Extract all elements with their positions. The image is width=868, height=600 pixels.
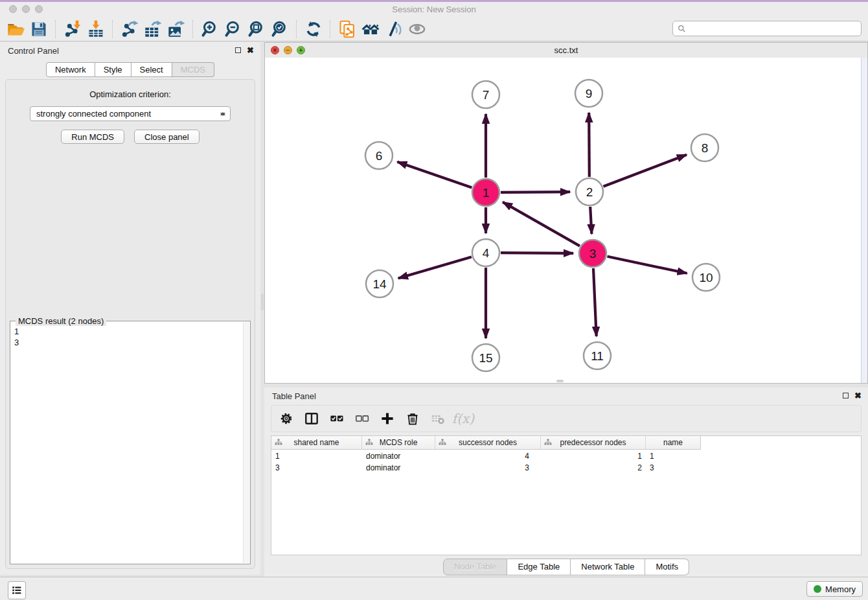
table-header-row: shared nameMCDS rolesuccessor nodesprede… xyxy=(271,436,701,450)
show-graphics-details-icon xyxy=(408,20,426,38)
add-row-button[interactable] xyxy=(378,409,397,428)
table-cell: dominator xyxy=(362,451,435,461)
column-header-shared-name[interactable]: shared name xyxy=(271,436,362,449)
tab-select[interactable]: Select xyxy=(131,62,172,77)
table-cell: dominator xyxy=(362,463,435,473)
zoom-out-button[interactable] xyxy=(222,19,245,40)
node-table[interactable]: shared nameMCDS rolesuccessor nodesprede… xyxy=(271,435,862,555)
graph-edge-1-2[interactable] xyxy=(501,192,570,192)
graph-edge-4-14[interactable] xyxy=(398,257,472,279)
table-cell: 3 xyxy=(646,463,700,473)
network-graph: 1234678910111415 xyxy=(265,58,862,384)
export-image-icon xyxy=(167,20,185,38)
mcds-panel: Optimization criterion: strongly connect… xyxy=(5,79,255,569)
zoom-in-button[interactable] xyxy=(198,19,222,40)
zoom-selected-button[interactable] xyxy=(268,19,291,40)
graph-edge-1-6[interactable] xyxy=(397,162,472,188)
gear-icon xyxy=(279,411,293,426)
mcds-result-item: 1 xyxy=(14,326,244,337)
table-cell: 1 xyxy=(541,451,646,461)
export-network-button[interactable] xyxy=(118,19,141,40)
network-bottom-handle[interactable] xyxy=(556,380,564,382)
graph-edge-3-11[interactable] xyxy=(593,268,597,336)
criterion-dropdown[interactable]: strongly connected component xyxy=(30,106,231,121)
graph-edge-4-3[interactable] xyxy=(501,253,573,253)
table-row[interactable]: 3dominator323 xyxy=(271,463,861,473)
network-window-title: scc.txt xyxy=(265,45,867,55)
refresh-layout-button[interactable] xyxy=(302,19,325,40)
search-icon xyxy=(678,25,686,33)
network-vertical-scrollbar[interactable] xyxy=(861,58,867,383)
table-toolbar: f(x) xyxy=(271,405,862,432)
welcome-homes-button[interactable] xyxy=(359,19,382,40)
save-session-button[interactable] xyxy=(27,19,51,40)
hide-graphics-details-button[interactable] xyxy=(382,19,405,40)
tab-node-table[interactable]: Node Table xyxy=(443,559,508,575)
export-table-button[interactable] xyxy=(141,19,165,40)
tab-motifs[interactable]: Motifs xyxy=(645,559,689,575)
delete-table-icon xyxy=(431,411,445,426)
table-cell: 3 xyxy=(435,463,541,473)
export-image-button[interactable] xyxy=(165,19,188,40)
float-panel-icon[interactable] xyxy=(843,393,849,398)
run-mcds-button[interactable]: Run MCDS xyxy=(61,130,124,144)
table-row[interactable]: 1dominator411 xyxy=(271,451,861,461)
open-session-icon xyxy=(6,20,25,38)
close-panel-icon[interactable]: ✖ xyxy=(854,392,862,399)
result-scrollbar[interactable] xyxy=(243,322,249,563)
import-table-icon xyxy=(87,20,105,38)
network-view-window: × − + scc.txt 1234678910111415 xyxy=(264,42,868,384)
split-panel-button[interactable] xyxy=(302,409,321,428)
float-panel-icon[interactable] xyxy=(235,47,241,53)
show-graphics-details-button[interactable] xyxy=(405,19,429,40)
gear-button[interactable] xyxy=(277,409,296,428)
table-cell: 3 xyxy=(271,463,362,473)
refresh-layout-icon xyxy=(304,20,323,38)
graph-edge-3-1[interactable] xyxy=(503,202,580,246)
status-bar: Memory xyxy=(0,577,868,600)
graph-node-label-3: 3 xyxy=(589,247,597,260)
clone-network-button[interactable] xyxy=(336,19,359,40)
tab-network[interactable]: Network xyxy=(46,62,95,77)
clone-network-icon xyxy=(338,20,356,38)
tab-mcds[interactable]: MCDS xyxy=(172,62,214,77)
titlebar: Session: New Session xyxy=(0,2,868,17)
tab-edge-table[interactable]: Edge Table xyxy=(507,559,571,575)
table-panel-title: Table Panel xyxy=(272,391,316,401)
tab-style[interactable]: Style xyxy=(95,62,131,77)
column-header-successor-nodes[interactable]: successor nodes xyxy=(435,436,541,449)
toolbar-buttons xyxy=(0,19,429,40)
tab-network-table[interactable]: Network Table xyxy=(571,559,645,575)
split-panel-icon xyxy=(304,411,319,426)
splitter-handle[interactable] xyxy=(261,294,264,310)
select-all-button[interactable] xyxy=(327,409,347,428)
graph-edge-2-8[interactable] xyxy=(604,155,687,187)
search-input[interactable] xyxy=(689,21,861,36)
graph-node-label-6: 6 xyxy=(376,149,383,163)
deselect-all-button[interactable] xyxy=(352,409,372,428)
memory-button-label: Memory xyxy=(825,584,856,594)
graph-edge-2-9[interactable] xyxy=(589,113,589,177)
search-box[interactable] xyxy=(672,21,862,36)
close-panel-button[interactable]: Close panel xyxy=(134,130,200,144)
control-panel-tabs: Network Style Select MCDS xyxy=(0,62,260,77)
column-header-name[interactable]: name xyxy=(646,436,700,449)
import-table-button[interactable] xyxy=(84,19,108,40)
graph-node-label-4: 4 xyxy=(483,246,490,260)
column-header-predecessor-nodes[interactable]: predecessor nodes xyxy=(541,436,646,449)
graph-edge-3-10[interactable] xyxy=(608,257,687,273)
zoom-fit-button[interactable] xyxy=(245,19,268,40)
close-panel-icon[interactable]: ✖ xyxy=(247,47,254,54)
memory-button[interactable]: Memory xyxy=(806,581,863,597)
table-tabs: Node Table Edge Table Network Table Moti… xyxy=(264,559,868,575)
open-session-button[interactable] xyxy=(4,19,27,40)
add-row-icon xyxy=(380,411,394,426)
graph-edge-2-3[interactable] xyxy=(590,207,591,234)
delete-row-button[interactable] xyxy=(403,409,422,428)
show-panel-list-button[interactable] xyxy=(8,581,26,599)
graph-node-label-2: 2 xyxy=(586,185,593,199)
import-network-button[interactable] xyxy=(61,19,84,40)
column-header-MCDS-role[interactable]: MCDS role xyxy=(362,436,435,449)
network-canvas[interactable]: 1234678910111415 xyxy=(265,58,867,383)
import-network-icon xyxy=(63,20,82,38)
